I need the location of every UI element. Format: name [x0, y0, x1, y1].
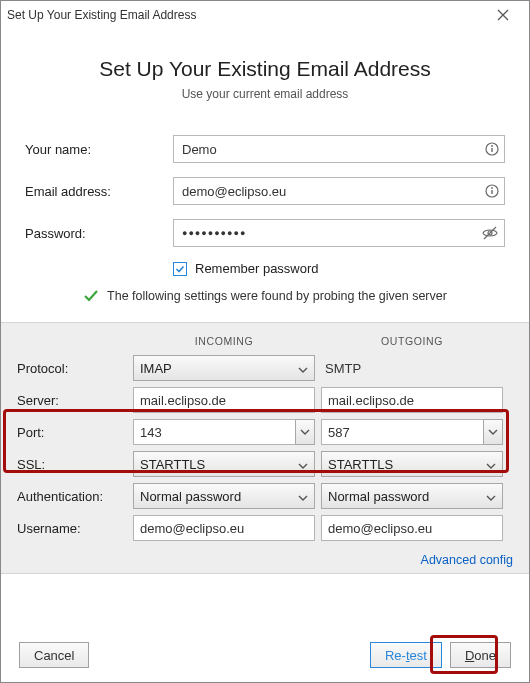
password-label: Password:: [25, 226, 173, 241]
outgoing-port-input[interactable]: [321, 419, 483, 445]
incoming-port-input[interactable]: [133, 419, 295, 445]
page-title: Set Up Your Existing Email Address: [19, 57, 511, 81]
incoming-protocol-select[interactable]: IMAP: [133, 355, 315, 381]
outgoing-ssl-value: STARTTLS: [328, 457, 393, 472]
incoming-auth-value: Normal password: [140, 489, 241, 504]
incoming-port-dropdown-button[interactable]: [295, 419, 315, 445]
checkmark-icon: [83, 288, 99, 304]
outgoing-protocol: SMTP: [321, 361, 503, 376]
outgoing-port-dropdown-button[interactable]: [483, 419, 503, 445]
retest-button[interactable]: Re-test: [370, 642, 442, 668]
done-button[interactable]: Done: [450, 642, 511, 668]
outgoing-server-input[interactable]: [321, 387, 503, 413]
page-subtitle: Use your current email address: [19, 87, 511, 101]
svg-rect-4: [491, 190, 492, 194]
server-label: Server:: [17, 393, 127, 408]
titlebar: Set Up Your Existing Email Address: [1, 1, 529, 29]
incoming-username-input[interactable]: [133, 515, 315, 541]
remember-password-label: Remember password: [195, 261, 319, 276]
outgoing-auth-select[interactable]: Normal password: [321, 483, 503, 509]
info-icon[interactable]: [485, 142, 499, 156]
auth-label: Authentication:: [17, 489, 127, 504]
username-label: Username:: [17, 521, 127, 536]
email-input[interactable]: [173, 177, 505, 205]
svg-point-5: [491, 187, 493, 189]
chevron-down-icon: [298, 489, 308, 504]
outgoing-username-input[interactable]: [321, 515, 503, 541]
server-settings-panel: INCOMING OUTGOING Protocol: IMAP SMTP Se…: [1, 322, 529, 574]
outgoing-ssl-select[interactable]: STARTTLS: [321, 451, 503, 477]
incoming-server-input[interactable]: [133, 387, 315, 413]
chevron-down-icon: [298, 457, 308, 472]
incoming-protocol-value: IMAP: [140, 361, 172, 376]
port-label: Port:: [17, 425, 127, 440]
incoming-auth-select[interactable]: Normal password: [133, 483, 315, 509]
svg-point-2: [491, 145, 493, 147]
status-text: The following settings were found by pro…: [107, 289, 447, 303]
your-name-input[interactable]: [173, 135, 505, 163]
outgoing-auth-value: Normal password: [328, 489, 429, 504]
incoming-ssl-value: STARTTLS: [140, 457, 205, 472]
status-message: The following settings were found by pro…: [25, 288, 505, 304]
remember-password-checkbox[interactable]: [173, 262, 187, 276]
ssl-label: SSL:: [17, 457, 127, 472]
protocol-label: Protocol:: [17, 361, 127, 376]
svg-rect-1: [491, 148, 492, 152]
chevron-down-icon: [298, 361, 308, 376]
close-icon[interactable]: [483, 9, 523, 21]
info-icon[interactable]: [485, 184, 499, 198]
your-name-label: Your name:: [25, 142, 173, 157]
window-title: Set Up Your Existing Email Address: [7, 8, 483, 22]
chevron-down-icon: [486, 457, 496, 472]
svg-line-7: [484, 227, 496, 239]
cancel-button[interactable]: Cancel: [19, 642, 89, 668]
incoming-header: INCOMING: [133, 335, 315, 347]
email-label: Email address:: [25, 184, 173, 199]
chevron-down-icon: [486, 489, 496, 504]
password-input[interactable]: [173, 219, 505, 247]
eye-off-icon[interactable]: [481, 226, 499, 240]
incoming-ssl-select[interactable]: STARTTLS: [133, 451, 315, 477]
outgoing-header: OUTGOING: [321, 335, 503, 347]
advanced-config-link[interactable]: Advanced config: [421, 553, 513, 567]
